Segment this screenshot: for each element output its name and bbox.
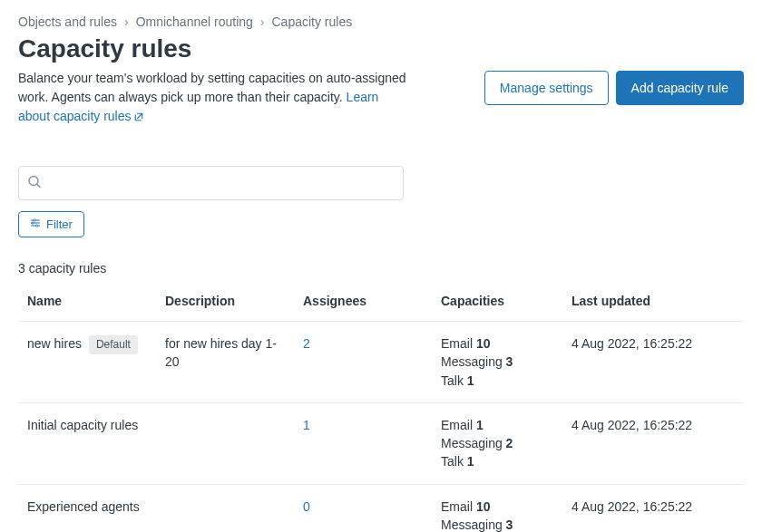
filter-button[interactable]: Filter: [18, 211, 84, 237]
rule-count-label: 3 capacity rules: [18, 261, 744, 276]
manage-settings-button[interactable]: Manage settings: [484, 71, 609, 105]
header-actions: Manage settings Add capacity rule: [484, 71, 744, 105]
rule-name: Initial capacity rules: [27, 418, 138, 432]
rule-name: Experienced agents: [27, 499, 140, 514]
table-row[interactable]: Experienced agents0Email 10Messaging 3Ta…: [18, 484, 744, 532]
assignees-link[interactable]: 2: [303, 336, 310, 351]
capacity-rules-table: Name Description Assignees Capacities La…: [18, 283, 744, 532]
column-header-description[interactable]: Description: [156, 283, 294, 322]
capacity-value: 10: [476, 499, 491, 514]
capacity-label: Messaging: [441, 436, 503, 450]
capacity-value: 10: [476, 336, 491, 351]
default-badge: Default: [89, 335, 138, 354]
cell-assignees: 2: [294, 322, 432, 403]
capacity-messaging: Messaging 2: [441, 434, 553, 452]
capacity-value: 3: [506, 517, 513, 532]
svg-point-3: [35, 225, 37, 227]
column-header-capacities[interactable]: Capacities: [432, 283, 562, 322]
capacity-label: Messaging: [441, 517, 503, 532]
search-input[interactable]: [18, 166, 404, 200]
cell-last-updated: 4 Aug 2022, 16:25:22: [562, 402, 744, 484]
page-title: Capacity rules: [18, 34, 744, 63]
svg-point-1: [34, 219, 35, 221]
add-capacity-rule-button[interactable]: Add capacity rule: [616, 71, 744, 105]
assignees-link[interactable]: 0: [303, 499, 310, 514]
capacity-messaging: Messaging 3: [441, 516, 553, 532]
capacity-talk: Talk 1: [441, 372, 553, 390]
cell-name: Experienced agents: [18, 484, 156, 532]
capacity-label: Email: [441, 499, 473, 514]
cell-last-updated: 4 Aug 2022, 16:25:22: [562, 484, 744, 532]
cell-capacities: Email 1Messaging 2Talk 1: [432, 402, 562, 484]
search-icon: [27, 175, 42, 192]
cell-name: Initial capacity rules: [18, 402, 156, 484]
capacity-label: Email: [441, 336, 473, 351]
capacity-talk: Talk 1: [441, 452, 553, 470]
table-row[interactable]: Initial capacity rules1Email 1Messaging …: [18, 402, 744, 484]
cell-description: [156, 402, 294, 484]
capacity-email: Email 10: [441, 334, 553, 353]
cell-name: new hiresDefault: [18, 322, 156, 403]
filter-icon: [30, 218, 41, 231]
table-body: new hiresDefaultfor new hires day 1-202E…: [18, 322, 744, 533]
cell-assignees: 1: [294, 402, 432, 484]
cell-assignees: 0: [294, 484, 432, 532]
capacity-messaging: Messaging 3: [441, 353, 553, 371]
cell-description: for new hires day 1-20: [156, 322, 294, 403]
rule-name: new hires: [27, 336, 82, 351]
breadcrumb-item: Capacity rules: [271, 15, 352, 29]
column-header-assignees[interactable]: Assignees: [294, 283, 432, 322]
capacity-email: Email 10: [441, 498, 553, 516]
capacity-value: 1: [476, 418, 484, 432]
capacity-label: Talk: [441, 373, 464, 388]
capacity-label: Messaging: [441, 354, 503, 369]
cell-description: [156, 484, 294, 532]
assignees-link[interactable]: 1: [303, 418, 310, 432]
capacity-value: 2: [506, 436, 513, 450]
filter-label: Filter: [46, 218, 73, 231]
chevron-right-icon: ›: [260, 15, 265, 29]
capacity-value: 3: [506, 354, 513, 369]
table-row[interactable]: new hiresDefaultfor new hires day 1-202E…: [18, 322, 744, 403]
capacity-value: 1: [467, 373, 474, 388]
capacity-email: Email 1: [441, 416, 553, 434]
search-container: [18, 166, 404, 200]
cell-last-updated: 4 Aug 2022, 16:25:22: [562, 322, 744, 403]
svg-point-2: [32, 222, 34, 224]
capacity-value: 1: [467, 454, 474, 469]
cell-capacities: Email 10Messaging 3Talk 1: [432, 484, 562, 532]
breadcrumb-item[interactable]: Objects and rules: [18, 15, 117, 29]
page-subtitle: Balance your team's workload by setting …: [18, 69, 408, 128]
breadcrumb-item[interactable]: Omnichannel routing: [136, 15, 253, 29]
column-header-last-updated[interactable]: Last updated: [562, 283, 744, 322]
external-link-icon: [133, 109, 144, 128]
capacity-label: Talk: [441, 454, 464, 469]
breadcrumb: Objects and rules › Omnichannel routing …: [18, 15, 744, 29]
column-header-name[interactable]: Name: [18, 283, 156, 322]
cell-capacities: Email 10Messaging 3Talk 1: [432, 322, 562, 403]
chevron-right-icon: ›: [124, 15, 129, 29]
capacity-label: Email: [441, 418, 473, 432]
